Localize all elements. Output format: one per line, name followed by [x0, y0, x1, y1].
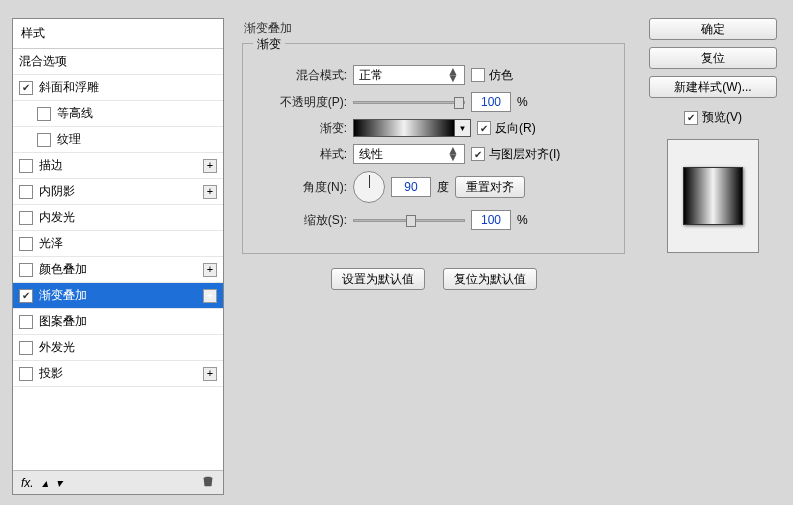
layer-style-dialog: 样式 混合选项 斜面和浮雕等高线纹理描边+内阴影+内发光光泽颜色叠加+渐变叠加+… [0, 0, 793, 505]
trash-icon[interactable] [201, 474, 215, 491]
align-label: 与图层对齐(I) [489, 146, 560, 163]
style-checkbox[interactable] [19, 367, 33, 381]
actions-panel: 确定 复位 新建样式(W)... 预览(V) [643, 18, 783, 495]
style-item[interactable]: 光泽 [13, 231, 223, 257]
checkbox-box [684, 111, 698, 125]
opacity-input[interactable] [471, 92, 511, 112]
angle-dial[interactable] [353, 171, 385, 203]
style-checkbox[interactable] [19, 159, 33, 173]
opacity-slider[interactable] [353, 94, 465, 110]
style-item[interactable]: 内阴影+ [13, 179, 223, 205]
styles-header: 样式 [13, 19, 223, 49]
style-item-label: 渐变叠加 [39, 287, 87, 304]
add-effect-icon[interactable]: + [203, 289, 217, 303]
blending-options-item[interactable]: 混合选项 [13, 49, 223, 75]
style-checkbox[interactable] [19, 263, 33, 277]
style-item[interactable]: 外发光 [13, 335, 223, 361]
preview-box [667, 139, 759, 253]
angle-unit: 度 [437, 179, 449, 196]
style-checkbox[interactable] [19, 315, 33, 329]
scale-unit: % [517, 213, 528, 227]
style-item-label: 纹理 [57, 131, 81, 148]
gradient-preview [353, 119, 455, 137]
set-default-button[interactable]: 设置为默认值 [331, 268, 425, 290]
style-select[interactable]: 线性 ▲▼ [353, 144, 465, 164]
fx-menu-icon[interactable]: fx. [21, 476, 34, 490]
style-item-label: 投影 [39, 365, 63, 382]
add-effect-icon[interactable]: + [203, 263, 217, 277]
fieldset-label: 渐变 [253, 36, 285, 53]
style-item-label: 颜色叠加 [39, 261, 87, 278]
style-item-label: 描边 [39, 157, 63, 174]
panel-title: 渐变叠加 [244, 20, 625, 37]
style-item-label: 光泽 [39, 235, 63, 252]
style-item[interactable]: 纹理 [13, 127, 223, 153]
style-checkbox[interactable] [19, 237, 33, 251]
styles-list-panel: 样式 混合选项 斜面和浮雕等高线纹理描边+内阴影+内发光光泽颜色叠加+渐变叠加+… [12, 18, 224, 495]
align-checkbox[interactable]: 与图层对齐(I) [471, 146, 560, 163]
checkbox-box [471, 147, 485, 161]
gradient-picker[interactable]: ▼ [353, 119, 471, 137]
opacity-unit: % [517, 95, 528, 109]
checkbox-box [477, 121, 491, 135]
style-item-label: 内阴影 [39, 183, 75, 200]
options-panel: 渐变叠加 渐变 混合模式: 正常 ▲▼ 仿色 不透明度(P): [234, 18, 633, 495]
down-arrow-icon[interactable]: ▾ [56, 476, 62, 490]
style-item[interactable]: 投影+ [13, 361, 223, 387]
preview-checkbox[interactable]: 预览(V) [684, 109, 742, 126]
dither-checkbox[interactable]: 仿色 [471, 67, 513, 84]
style-item-label: 图案叠加 [39, 313, 87, 330]
scale-label: 缩放(S): [255, 212, 347, 229]
style-item[interactable]: 图案叠加 [13, 309, 223, 335]
select-arrows-icon: ▲▼ [447, 68, 459, 82]
angle-label: 角度(N): [255, 179, 347, 196]
style-item[interactable]: 等高线 [13, 101, 223, 127]
scale-slider[interactable] [353, 212, 465, 228]
style-item[interactable]: 渐变叠加+ [13, 283, 223, 309]
style-item-label: 斜面和浮雕 [39, 79, 99, 96]
style-item[interactable]: 颜色叠加+ [13, 257, 223, 283]
reset-default-button[interactable]: 复位为默认值 [443, 268, 537, 290]
scale-input[interactable] [471, 210, 511, 230]
gradient-label: 渐变: [255, 120, 347, 137]
style-checkbox[interactable] [19, 185, 33, 199]
select-arrows-icon: ▲▼ [447, 147, 459, 161]
reverse-label: 反向(R) [495, 120, 536, 137]
style-item[interactable]: 内发光 [13, 205, 223, 231]
dither-label: 仿色 [489, 67, 513, 84]
add-effect-icon[interactable]: + [203, 159, 217, 173]
gradient-fieldset: 渐变 混合模式: 正常 ▲▼ 仿色 不透明度(P): % [242, 43, 625, 254]
new-style-button[interactable]: 新建样式(W)... [649, 76, 777, 98]
style-checkbox[interactable] [37, 107, 51, 121]
blend-mode-label: 混合模式: [255, 67, 347, 84]
reset-align-button[interactable]: 重置对齐 [455, 176, 525, 198]
blend-mode-value: 正常 [359, 67, 383, 84]
style-checkbox[interactable] [19, 81, 33, 95]
style-label: 样式: [255, 146, 347, 163]
style-item-label: 等高线 [57, 105, 93, 122]
add-effect-icon[interactable]: + [203, 185, 217, 199]
angle-input[interactable] [391, 177, 431, 197]
preview-label: 预览(V) [702, 109, 742, 126]
style-item[interactable]: 描边+ [13, 153, 223, 179]
style-item[interactable]: 斜面和浮雕 [13, 75, 223, 101]
style-checkbox[interactable] [19, 289, 33, 303]
styles-footer: fx. ▴ ▾ [13, 470, 223, 494]
style-checkbox[interactable] [19, 341, 33, 355]
blend-mode-select[interactable]: 正常 ▲▼ [353, 65, 465, 85]
ok-button[interactable]: 确定 [649, 18, 777, 40]
style-value: 线性 [359, 146, 383, 163]
add-effect-icon[interactable]: + [203, 367, 217, 381]
preview-swatch [683, 167, 743, 225]
blending-options-label: 混合选项 [19, 53, 67, 70]
opacity-label: 不透明度(P): [255, 94, 347, 111]
up-arrow-icon[interactable]: ▴ [42, 476, 48, 490]
reverse-checkbox[interactable]: 反向(R) [477, 120, 536, 137]
style-item-label: 内发光 [39, 209, 75, 226]
cancel-button[interactable]: 复位 [649, 47, 777, 69]
gradient-dropdown-icon[interactable]: ▼ [455, 119, 471, 137]
style-checkbox[interactable] [19, 211, 33, 225]
style-checkbox[interactable] [37, 133, 51, 147]
style-item-label: 外发光 [39, 339, 75, 356]
checkbox-box [471, 68, 485, 82]
